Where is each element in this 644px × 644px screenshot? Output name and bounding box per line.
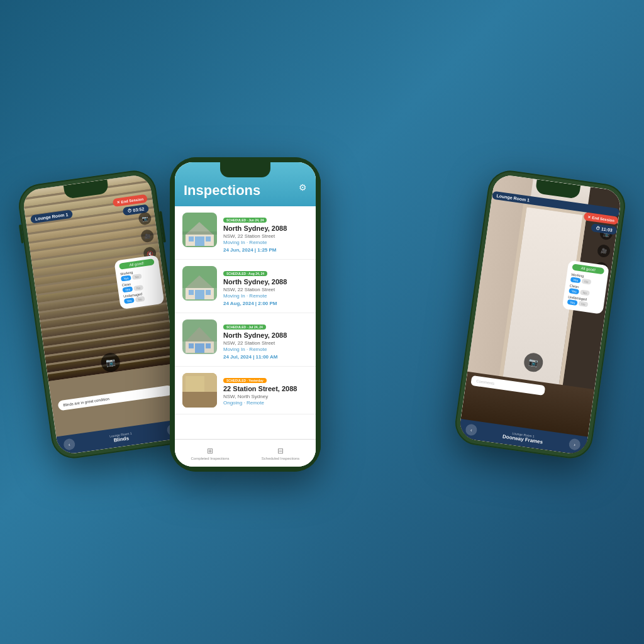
building-svg (182, 266, 217, 301)
prev-item-button[interactable]: ‹ (63, 438, 75, 450)
building-svg (182, 319, 217, 354)
card-info: SCHEDULED · Jun 24, 24 North Sydney, 208… (223, 213, 308, 253)
camera-icon[interactable]: 📷 (138, 211, 152, 226)
inspection-date: 24 Jul, 2024 | 11:00 AM (223, 354, 308, 360)
svg-rect-11 (195, 290, 204, 299)
working-yes[interactable]: Yes (121, 275, 131, 281)
bottom-tab-bar: ⊞ Completed Inspections ⊟ Scheduled Insp… (175, 439, 316, 467)
left-room-badge: Lounge Room 1 (30, 209, 73, 223)
svg-rect-19 (189, 343, 194, 348)
list-item[interactable]: SCHEDULED · Jun 24, 24 North Sydney, 208… (175, 206, 316, 260)
property-name: 22 Station Street, 2088 (223, 385, 308, 392)
right-undamaged-row: Undamaged Yes No (567, 295, 601, 309)
phone-left: Lounge Room 1 ✕ End Session ⏱ 03:52 (16, 168, 191, 461)
status-badge: SCHEDULED · Aug 24, 24 (223, 271, 267, 276)
svg-rect-4 (189, 236, 194, 242)
svg-rect-5 (206, 236, 211, 242)
building-svg (182, 213, 217, 247)
page-title: Inspections (184, 182, 307, 199)
undamaged-no[interactable]: No (135, 296, 145, 303)
interior-svg (182, 373, 217, 408)
right-undamaged-yes[interactable]: Yes (567, 299, 578, 306)
svg-rect-14 (182, 266, 217, 288)
status-badge: SCHEDULED · Jun 24, 24 (223, 218, 267, 223)
svg-rect-25 (182, 373, 217, 408)
svg-rect-18 (195, 343, 204, 353)
list-item[interactable]: SCHEDULED · Yesterday 22 Station Street,… (175, 367, 316, 414)
center-phone-screen: Inspections ⚙ (175, 162, 316, 467)
right-next-item-button[interactable]: › (569, 438, 581, 450)
inspection-type: Moving In · Remote (223, 240, 308, 245)
list-item[interactable]: SCHEDULED · Aug 24, 24 North Sydney, 208… (175, 260, 316, 313)
phone-center: Inspections ⚙ (170, 157, 321, 472)
property-name: North Sydney, 2088 (223, 278, 308, 286)
right-clean-no[interactable]: No (580, 290, 589, 296)
property-name: North Sydney, 2088 (223, 331, 308, 339)
right-phone-screen: Lounge Room 1 ✕ End Session ⏱ 11:03 (458, 174, 622, 455)
completed-tab-label: Completed Inspections (191, 457, 229, 460)
tab-scheduled[interactable]: ⊟ Scheduled Inspections (245, 440, 316, 467)
clean-yes[interactable]: Yes (122, 286, 133, 292)
svg-rect-12 (189, 290, 194, 295)
inspection-list: SCHEDULED · Jun 24, 24 North Sydney, 208… (175, 206, 316, 448)
phones-container: Lounge Room 1 ✕ End Session ⏱ 03:52 (0, 0, 644, 644)
right-working-yes[interactable]: Yes (570, 277, 581, 283)
property-thumbnail (182, 373, 217, 408)
card-info: SCHEDULED · Jul 24, 24 North Sydney, 208… (223, 319, 308, 360)
center-notch (220, 162, 270, 177)
svg-rect-20 (206, 343, 211, 348)
video-icon-right[interactable]: 🎥 (597, 244, 611, 258)
card-info: SCHEDULED · Aug 24, 24 North Sydney, 208… (223, 266, 308, 306)
right-clean-yes[interactable]: Yes (569, 288, 579, 294)
inspection-type: Moving In · Remote (223, 347, 308, 352)
property-name: North Sydney, 2088 (223, 225, 308, 232)
property-address: NSW, 22 Station Street (223, 287, 308, 292)
inspection-type: Ongoing · Remote (223, 400, 308, 406)
svg-rect-7 (182, 213, 217, 231)
working-no[interactable]: No (132, 274, 142, 280)
undamaged-yes[interactable]: Yes (124, 297, 135, 304)
svg-rect-13 (206, 290, 211, 295)
svg-rect-3 (195, 236, 204, 246)
inspection-type: Moving In · Remote (223, 293, 308, 299)
property-thumbnail (182, 266, 217, 301)
property-address: NSW, North Sydney (223, 394, 308, 399)
status-badge: SCHEDULED · Jul 24, 24 (223, 325, 266, 330)
svg-rect-21 (182, 319, 217, 341)
completed-tab-icon: ⊞ (207, 447, 213, 455)
card-info: SCHEDULED · Yesterday 22 Station Street,… (223, 373, 308, 408)
status-badge: SCHEDULED · Yesterday (223, 378, 267, 383)
right-condition-panel: All good! Working Yes No Clean Yes No (562, 260, 609, 314)
video-icon[interactable]: 🎥 (140, 229, 155, 243)
property-thumbnail (182, 213, 217, 247)
property-thumbnail (182, 319, 217, 354)
phone-right: Lounge Room 1 ✕ End Session ⏱ 11:03 (452, 168, 628, 461)
inspection-date: 24 Aug, 2024 | 2:00 PM (223, 301, 308, 306)
property-address: NSW, 22 Station Street (223, 233, 308, 239)
property-address: NSW, 22 Station Street (223, 340, 308, 346)
right-undamaged-no[interactable]: No (579, 301, 588, 307)
tab-completed[interactable]: ⊞ Completed Inspections (175, 440, 245, 467)
list-item[interactable]: SCHEDULED · Jul 24, 24 North Sydney, 208… (175, 313, 316, 367)
settings-icon[interactable]: ⚙ (299, 182, 307, 192)
clean-no[interactable]: No (133, 285, 143, 291)
inspection-date: 24 Jun, 2024 | 1:25 PM (223, 247, 308, 253)
scheduled-tab-label: Scheduled Inspections (262, 457, 299, 460)
left-condition-panel: All good! Working Yes No Clean Yes No (114, 255, 164, 309)
right-prev-item-button[interactable]: ‹ (465, 423, 477, 436)
svg-rect-6 (182, 231, 217, 235)
right-working-no[interactable]: No (582, 279, 591, 285)
scheduled-tab-icon: ⊟ (277, 447, 284, 455)
